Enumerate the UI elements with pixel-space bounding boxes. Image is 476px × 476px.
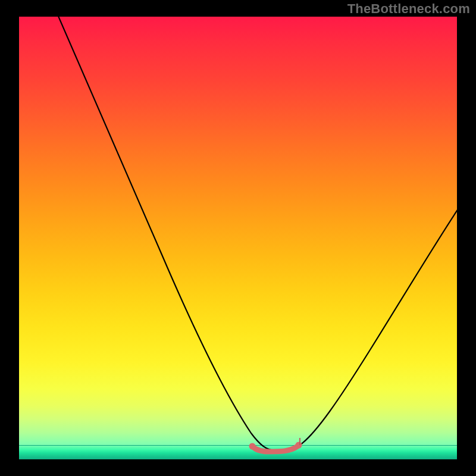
bottleneck-curve [56, 17, 457, 450]
optimal-marker [252, 446, 298, 452]
curve-layer [19, 17, 457, 459]
optimal-marker-right-dot [296, 442, 302, 449]
plot-area [19, 17, 457, 459]
optimal-marker-left-dot [249, 443, 256, 450]
chart-frame: TheBottleneck.com [0, 0, 476, 476]
watermark-text: TheBottleneck.com [347, 1, 470, 17]
